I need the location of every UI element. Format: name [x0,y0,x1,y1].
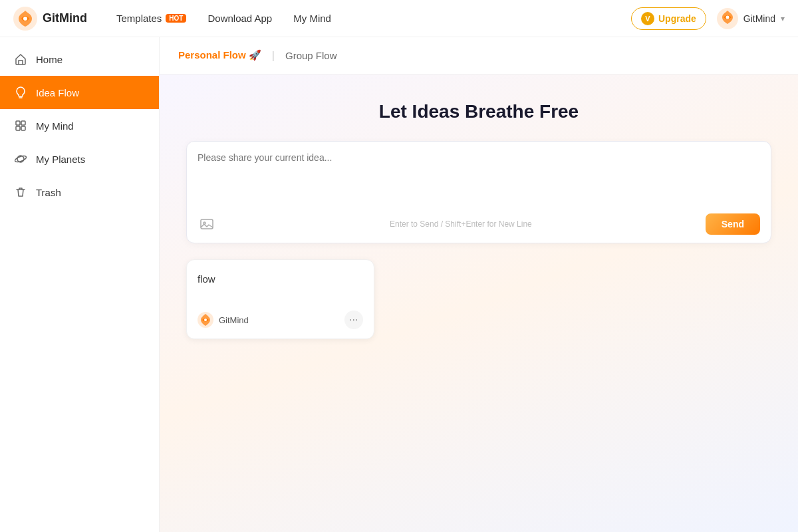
logo[interactable]: GitMind [13,7,87,31]
idea-box-footer: Enter to Send / Shift+Enter for New Line… [198,213,760,235]
card-more-button[interactable]: ··· [344,311,363,329]
card-footer: GitMind ··· [198,311,363,329]
sidebar-label-home: Home [36,54,63,65]
card-user-name: GitMind [219,315,249,325]
sidebar-label-my-mind: My Mind [36,120,74,132]
svg-rect-7 [21,126,25,130]
image-upload-button[interactable] [198,215,216,233]
svg-rect-4 [16,121,20,125]
hot-badge: Hot [166,14,186,23]
nav-mymind[interactable]: My Mind [285,9,339,28]
page-title: Let Ideas Breathe Free [379,101,579,122]
sidebar: Home Idea Flow My Mind [0,37,160,532]
planet-icon [13,152,28,166]
nav-download[interactable]: Download App [200,9,280,28]
sidebar-item-trash[interactable]: Trash [0,176,159,209]
sidebar-item-my-planets[interactable]: My Planets [0,142,159,176]
sidebar-item-home[interactable]: Home [0,43,159,76]
trash-icon [13,185,28,200]
svg-rect-5 [21,121,25,125]
idea-input-box: Enter to Send / Shift+Enter for New Line… [186,141,771,243]
logo-icon [13,7,37,31]
svg-point-1 [23,17,27,21]
header-nav: Templates Hot Download App My Mind [108,9,631,28]
svg-rect-10 [201,219,213,229]
sidebar-item-my-mind[interactable]: My Mind [0,109,159,142]
tab-group-label: Group Flow [285,50,337,61]
content-area: Let Ideas Breathe Free Enter to Send / S… [160,74,798,532]
svg-point-13 [204,319,207,321]
sidebar-label-my-planets: My Planets [36,154,85,165]
send-button[interactable]: Send [706,213,760,235]
sidebar-label-trash: Trash [36,187,61,198]
upgrade-label: Upgrade [658,13,696,24]
nav-templates-label: Templates [116,13,162,24]
lightbulb-icon [13,85,28,100]
main-content: Personal Flow 🚀 | Group Flow Let Ideas B… [160,37,798,532]
nav-templates[interactable]: Templates Hot [108,9,194,28]
grid-icon [13,118,28,133]
header: GitMind Templates Hot Download App My Mi… [0,0,798,37]
svg-rect-6 [16,126,20,130]
upgrade-icon: V [641,12,654,25]
nav-download-label: Download App [207,13,272,24]
user-chevron-icon: ▾ [781,14,785,23]
user-name: GitMind [743,13,775,24]
home-icon [13,52,28,66]
card-title: flow [198,273,363,285]
logo-text: GitMind [43,11,87,25]
tab-group-flow[interactable]: Group Flow [283,45,340,68]
sidebar-item-idea-flow[interactable]: Idea Flow [0,76,159,109]
header-right: V Upgrade GitMind ▾ [631,7,785,30]
flow-card: flow GitMind ··· [186,259,374,339]
send-hint: Enter to Send / Shift+Enter for New Line [390,219,532,229]
sidebar-label-idea-flow: Idea Flow [36,87,79,98]
upgrade-button[interactable]: V Upgrade [631,7,706,30]
card-avatar-icon [198,312,213,328]
user-menu[interactable]: GitMind ▾ [717,8,785,29]
tab-divider: | [272,50,275,62]
tab-personal-flow[interactable]: Personal Flow 🚀 [176,44,264,68]
cards-grid: flow GitMind ··· [186,259,771,339]
layout: Home Idea Flow My Mind [0,37,798,532]
tabs-bar: Personal Flow 🚀 | Group Flow [160,37,798,74]
tab-personal-label: Personal Flow 🚀 [178,49,261,61]
user-avatar-icon [717,8,738,29]
card-user: GitMind [198,312,249,328]
nav-mymind-label: My Mind [293,13,331,24]
svg-point-3 [726,15,729,19]
idea-textarea[interactable] [198,152,760,205]
svg-point-9 [14,155,27,164]
